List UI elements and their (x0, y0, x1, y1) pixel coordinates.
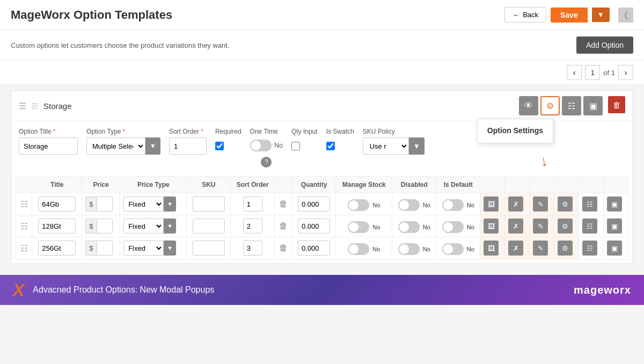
row-template-button[interactable]: ☷ (582, 241, 597, 256)
row-price-input[interactable] (97, 196, 113, 212)
row-title-input[interactable] (38, 241, 76, 256)
values-table-header: Title Price Price Type SKU Sort Order Qu… (16, 177, 628, 193)
row-image-button[interactable]: 🖼 (484, 219, 499, 234)
one-time-help-icon[interactable]: ? (261, 157, 272, 168)
row-manage-stock-toggle[interactable] (348, 243, 369, 255)
row-image-button[interactable]: 🖼 (484, 241, 499, 256)
row-title-input[interactable] (38, 196, 76, 212)
row-price-type-dropdown-button[interactable]: ▼ (164, 219, 176, 234)
row-manage-stock-toggle[interactable] (348, 199, 369, 211)
option-title-input[interactable] (19, 137, 78, 155)
row-sku-input[interactable] (193, 196, 225, 212)
row-quantity-input[interactable] (298, 196, 330, 212)
row-delete-button[interactable]: 🗑 (279, 199, 288, 209)
row-settings-button[interactable]: ⚙ (558, 241, 573, 256)
row-settings-button[interactable]: ⚙ (558, 196, 573, 212)
row-manage-stock-toggle[interactable] (348, 221, 369, 233)
option-eye-button[interactable]: 👁 (519, 96, 538, 115)
row-is-default-toggle[interactable] (442, 243, 464, 255)
row-extra2-button[interactable]: ✎ (533, 241, 548, 256)
one-time-toggle[interactable] (250, 140, 272, 151)
required-checkbox[interactable] (215, 142, 224, 150)
row-drag-handle[interactable]: ☷ (16, 193, 32, 215)
pagination-prev-button[interactable]: ‹ (567, 65, 582, 80)
one-time-toggle-label: No (275, 142, 283, 149)
row-settings-button[interactable]: ⚙ (558, 219, 573, 234)
row-is-default-cell: No (436, 215, 480, 237)
row-title-cell (32, 237, 82, 259)
option-block: ☰ ☷ Storage 👁 ⚙ ☷ ▣ 🗑 Option Settings ↑ … (11, 90, 633, 264)
col-sku: SKU (187, 177, 231, 193)
option-settings-button[interactable]: ⚙ (540, 96, 560, 115)
option-copy-button[interactable]: ▣ (583, 96, 603, 115)
row-drag-handle[interactable]: ☷ (16, 215, 32, 237)
option-type-dropdown-button[interactable]: ▼ (145, 137, 160, 155)
row-extra1-button[interactable]: ✗ (508, 219, 523, 234)
row-copy-button[interactable]: ▣ (607, 241, 622, 256)
sort-order-input[interactable] (169, 137, 207, 155)
qty-input-checkbox[interactable] (291, 142, 300, 150)
sku-policy-dropdown-button[interactable]: ▼ (409, 137, 425, 155)
row-is-default-toggle[interactable] (442, 199, 464, 211)
save-dropdown-button[interactable]: ▼ (592, 8, 610, 22)
col-price-type: Price Type (120, 177, 187, 193)
row-settings-btn-cell: ⚙ (554, 215, 579, 237)
is-swatch-checkbox[interactable] (326, 142, 335, 150)
required-asterisk-2: * (123, 128, 126, 135)
row-price-type-select[interactable]: Fixed Percent (123, 196, 164, 212)
option-delete-button[interactable]: 🗑 (608, 96, 625, 113)
collapse-sidebar-button[interactable]: 〈 (618, 8, 633, 23)
row-quantity-input[interactable] (298, 219, 330, 234)
row-extra1-button[interactable]: ✗ (508, 241, 523, 256)
pagination-next-button[interactable]: › (618, 65, 633, 80)
row-extra1-button[interactable]: ✗ (508, 196, 523, 212)
sku-policy-select[interactable]: Use r Replace (363, 137, 409, 155)
row-price-input[interactable] (97, 241, 113, 256)
row-drag-handle[interactable]: ☷ (16, 237, 32, 259)
row-price-type-dropdown-button[interactable]: ▼ (164, 241, 176, 256)
row-sort-order-input[interactable] (243, 196, 262, 212)
row-price-type-dropdown-button[interactable]: ▼ (164, 196, 176, 212)
row-disabled-toggle[interactable] (398, 221, 420, 233)
row-delete-button[interactable]: 🗑 (279, 221, 288, 231)
toggle-knob (399, 244, 409, 254)
option-drag-handle[interactable]: ☰ (19, 101, 26, 111)
one-time-field-group: One Time No ? (250, 128, 283, 168)
row-manage-stock-label: No (372, 202, 380, 208)
row-extra2-button[interactable]: ✎ (533, 196, 548, 212)
row-price-type-cell: Fixed Percent ▼ (120, 237, 187, 259)
col-disabled: Disabled (392, 177, 436, 193)
row-title-input[interactable] (38, 219, 76, 234)
row-manage-stock-cell: No (336, 193, 392, 215)
row-price-type-cell: Fixed Percent ▼ (120, 193, 187, 215)
row-manage-stock-cell: No (336, 237, 392, 259)
row-extra1-btn-cell: ✗ (505, 193, 530, 215)
row-extra2-button[interactable]: ✎ (533, 219, 548, 234)
option-drag-handle-2[interactable]: ☷ (32, 102, 38, 110)
col-action1 (480, 177, 505, 193)
add-option-button[interactable]: Add Option (576, 37, 633, 54)
row-is-default-toggle[interactable] (442, 221, 464, 233)
row-template-button[interactable]: ☷ (582, 196, 597, 212)
row-copy-button[interactable]: ▣ (607, 196, 622, 212)
back-button[interactable]: ← Back (504, 7, 546, 23)
row-image-button[interactable]: 🖼 (484, 196, 499, 212)
row-template-btn-cell: ☷ (579, 237, 604, 259)
row-delete-button[interactable]: 🗑 (279, 243, 288, 253)
option-template-button[interactable]: ☷ (562, 96, 581, 115)
option-type-select[interactable]: Multiple Select Select Checkbox Radio (86, 137, 145, 155)
row-price-type-select[interactable]: Fixed Percent (123, 219, 164, 234)
row-sort-order-input[interactable] (243, 219, 262, 234)
row-quantity-input[interactable] (298, 241, 330, 256)
row-disabled-toggle[interactable] (398, 199, 420, 211)
row-template-button[interactable]: ☷ (582, 219, 597, 234)
row-copy-button[interactable]: ▣ (607, 219, 622, 234)
save-button[interactable]: Save (551, 8, 588, 23)
header-actions: ← Back Save ▼ 〈 (504, 7, 633, 23)
row-disabled-toggle[interactable] (398, 243, 420, 255)
row-sku-input[interactable] (193, 219, 225, 234)
row-sort-order-input[interactable] (243, 241, 262, 256)
row-sku-input[interactable] (193, 241, 225, 256)
row-price-type-select[interactable]: Fixed Percent (123, 241, 164, 256)
row-price-input[interactable] (97, 219, 113, 234)
